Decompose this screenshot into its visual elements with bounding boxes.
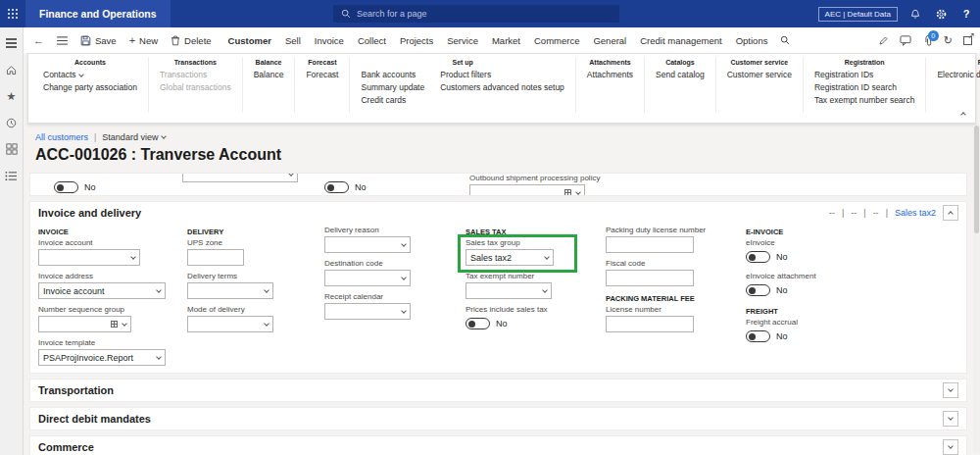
menu-item-credit-cards[interactable]: Credit cards: [361, 94, 424, 107]
tab-service[interactable]: Service: [447, 35, 478, 46]
menu-item-global-transactions: Global transactions: [160, 81, 231, 94]
menu-item-product-filters[interactable]: Product filters: [440, 69, 564, 81]
invoice-delivery-body: INVOICE Invoice account Invoice address …: [30, 224, 966, 373]
delete-button[interactable]: Delete: [171, 35, 211, 46]
action-search-icon[interactable]: [780, 35, 790, 45]
tab-market[interactable]: Market: [492, 35, 520, 46]
summary-sales-tax-link[interactable]: Sales tax2: [895, 208, 936, 218]
notifications-bell-icon[interactable]: [907, 6, 923, 22]
tax-exempt-number-combobox[interactable]: [466, 282, 552, 299]
license-number-input[interactable]: [606, 316, 694, 332]
vertical-scrollbar[interactable]: [973, 126, 980, 453]
chevron-down-icon: [156, 354, 162, 360]
menu-item-forecast[interactable]: Forecast: [306, 69, 338, 81]
menu-item-registration-id-search[interactable]: Registration ID search: [814, 81, 915, 94]
recent-clock-icon[interactable]: [4, 115, 20, 130]
destination-code-combobox[interactable]: [324, 270, 411, 286]
feedback-bubble-icon[interactable]: [900, 35, 911, 46]
summary-value: --: [829, 208, 835, 218]
menu-item-tax-exempt-number-search[interactable]: Tax exempt number search: [814, 94, 915, 107]
tab-options[interactable]: Options: [736, 35, 768, 46]
menu-item-send-catalog[interactable]: Send catalog: [656, 69, 705, 81]
mode-of-delivery-combobox[interactable]: [187, 316, 273, 332]
tab-collect[interactable]: Collect: [358, 35, 386, 46]
global-search-input[interactable]: Search for a page: [333, 5, 619, 23]
menu-item-transactions: Transactions: [160, 69, 231, 81]
waffle-icon[interactable]: [0, 0, 25, 27]
menu-item-contacts[interactable]: Contacts: [43, 69, 137, 81]
commerce-header[interactable]: Commerce: [30, 436, 966, 455]
app-title[interactable]: Finance and Operations: [25, 0, 171, 27]
invoice-delivery-header[interactable]: Invoice and delivery -- | -- | -- | Sale…: [30, 202, 966, 224]
chevron-down-icon: [264, 287, 270, 293]
settings-gear-icon[interactable]: [933, 6, 949, 22]
einvoice-attachment-toggle[interactable]: [746, 284, 770, 296]
expand-section-button[interactable]: [943, 439, 958, 455]
tab-invoice[interactable]: Invoice: [315, 35, 344, 46]
ribbon-group-balance: Balance Balance: [242, 57, 295, 113]
menu-item-electronic-document-properties[interactable]: Electronic document properties: [937, 69, 980, 81]
sales-tax-group-combobox[interactable]: Sales tax2: [466, 249, 554, 266]
save-icon: [80, 35, 91, 46]
invoice-address-combobox[interactable]: Invoice account: [38, 282, 166, 299]
hamburger-menu-icon[interactable]: [4, 35, 20, 51]
ups-zone-input[interactable]: [187, 249, 244, 266]
invoice-template-combobox[interactable]: PSAProjInvoice.Report: [38, 349, 166, 366]
direct-debit-mandates-header[interactable]: Direct debit mandates: [30, 408, 966, 430]
menu-item-attachments[interactable]: Attachments: [587, 69, 633, 81]
delivery-reason-combobox[interactable]: [324, 236, 411, 253]
delivery-terms-combobox[interactable]: [187, 282, 273, 299]
menu-item-customers-advanced-notes-setup[interactable]: Customers advanced notes setup: [440, 81, 564, 94]
ribbon-group-catalogs: Catalogs Send catalog: [644, 57, 715, 113]
attachments-paperclip-icon[interactable]: 0: [922, 34, 933, 47]
menu-item-registration-ids[interactable]: Registration IDs: [814, 69, 915, 81]
menu-item-change-party-association[interactable]: Change party association: [43, 81, 137, 94]
scrollbar-thumb[interactable]: [974, 126, 979, 233]
transportation-header[interactable]: Transportation: [30, 379, 966, 401]
menu-item-bank-accounts[interactable]: Bank accounts: [361, 69, 424, 81]
einvoice-toggle[interactable]: [746, 251, 770, 263]
invoice-account-combobox[interactable]: [38, 249, 140, 266]
customize-pencil-icon[interactable]: [878, 35, 889, 46]
lookup-grid-icon: [564, 189, 571, 196]
menu-item-balance[interactable]: Balance: [254, 69, 284, 81]
menu-item-summary-update[interactable]: Summary update: [361, 81, 424, 94]
number-sequence-group-lookup[interactable]: [38, 316, 131, 332]
packing-duty-license-input[interactable]: [606, 236, 694, 253]
tab-projects[interactable]: Projects: [400, 35, 433, 46]
outbound-policy-lookup[interactable]: [469, 184, 585, 196]
expand-section-button[interactable]: [943, 411, 958, 427]
tab-credit-management[interactable]: Credit management: [640, 35, 721, 46]
workspaces-icon[interactable]: [4, 141, 20, 157]
back-icon[interactable]: ←: [33, 35, 44, 46]
help-icon[interactable]: ?: [958, 6, 974, 22]
view-selector[interactable]: Standard view: [102, 132, 166, 142]
toggle-switch[interactable]: [324, 181, 349, 193]
prices-include-sales-tax-toggle[interactable]: [466, 318, 490, 329]
home-icon[interactable]: [4, 62, 20, 77]
environment-badge[interactable]: AEC | Default Data: [818, 7, 898, 22]
receipt-calendar-combobox[interactable]: [324, 303, 411, 320]
menu-item-customer-service[interactable]: Customer service: [727, 69, 792, 81]
tab-commerce[interactable]: Commerce: [534, 35, 579, 46]
clipped-combobox[interactable]: [182, 173, 298, 182]
open-in-new-window-icon[interactable]: ↗: [963, 36, 972, 45]
fiscal-code-input[interactable]: [606, 270, 694, 286]
expand-section-button[interactable]: [943, 382, 958, 398]
breadcrumb-all-customers-link[interactable]: All customers: [35, 132, 88, 142]
action-pane-pin-icon[interactable]: [57, 36, 68, 45]
collapse-action-pane-button[interactable]: [961, 103, 965, 121]
chevron-down-icon: [544, 254, 550, 260]
modules-list-icon[interactable]: [4, 168, 20, 183]
tab-customer[interactable]: Customer: [228, 35, 271, 46]
collapse-section-button[interactable]: [943, 205, 958, 221]
tab-general[interactable]: General: [593, 35, 626, 46]
new-button[interactable]: + New: [129, 35, 158, 46]
favorites-star-icon[interactable]: ★: [4, 88, 20, 104]
chevron-down-icon: [401, 275, 407, 280]
refresh-icon[interactable]: ↻: [944, 35, 953, 46]
save-button[interactable]: Save: [80, 35, 117, 46]
toggle-switch[interactable]: [54, 181, 78, 193]
freight-accrual-toggle[interactable]: [746, 330, 770, 342]
tab-sell[interactable]: Sell: [285, 35, 301, 46]
